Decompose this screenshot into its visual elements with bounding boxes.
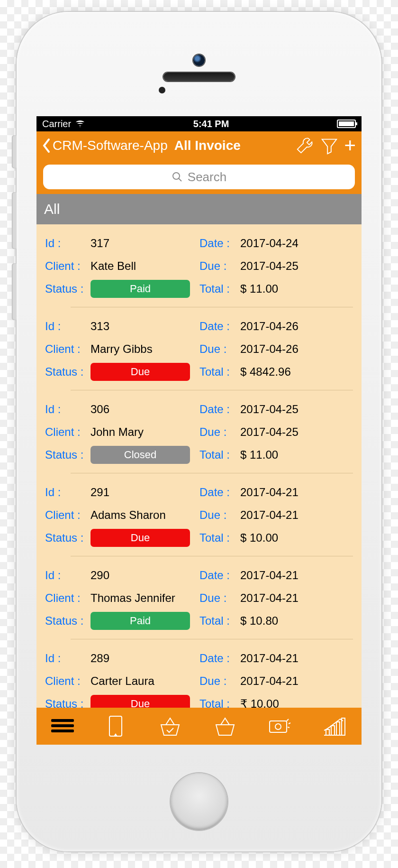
screen: Carrier 5:41 PM CRM-Software-App All Inv… [36, 116, 362, 745]
invoice-card[interactable]: Id :313Date :2017-04-26Client :Marry Gib… [36, 307, 362, 390]
tab-list[interactable] [51, 717, 74, 736]
due-value: 2017-04-25 [240, 259, 298, 273]
client-label: Client : [45, 425, 90, 439]
back-button[interactable]: CRM-Software-App [42, 138, 168, 153]
page-title: All Invoice [174, 138, 241, 153]
search-input[interactable]: Search [43, 165, 355, 189]
date-label: Date : [199, 237, 240, 250]
invoice-card[interactable]: Id :289Date :2017-04-21Client :Carter La… [36, 639, 362, 708]
client-label: Client : [45, 591, 90, 605]
date-label: Date : [199, 569, 240, 582]
front-camera [193, 55, 205, 66]
volume-down [12, 263, 17, 320]
status-bar: Carrier 5:41 PM [36, 116, 362, 131]
date-value: 2017-04-21 [240, 652, 298, 665]
home-button[interactable] [171, 773, 227, 830]
date-value: 2017-04-21 [240, 569, 298, 582]
svg-rect-5 [331, 726, 335, 735]
total-label: Total : [199, 448, 240, 462]
section-header: All [36, 194, 362, 224]
wrench-icon[interactable] [295, 136, 315, 156]
id-value: 306 [90, 403, 199, 416]
svg-point-3 [275, 724, 281, 729]
add-button[interactable]: + [344, 136, 356, 156]
client-label: Client : [45, 674, 90, 688]
id-label: Id : [45, 569, 90, 582]
date-value: 2017-04-26 [240, 320, 298, 333]
id-value: 290 [90, 569, 199, 582]
date-label: Date : [199, 652, 240, 665]
date-label: Date : [199, 486, 240, 499]
total-value: $ 11.00 [240, 448, 278, 462]
status-label: Status : [45, 282, 90, 295]
total-label: Total : [199, 282, 240, 295]
search-placeholder: Search [188, 170, 226, 185]
status-label: Status : [45, 697, 90, 708]
date-value: 2017-04-25 [240, 403, 298, 416]
client-label: Client : [45, 259, 90, 273]
client-value: John Mary [90, 425, 199, 439]
chevron-left-icon [42, 138, 51, 153]
status-label: Status : [45, 531, 90, 545]
total-value: $ 10.80 [240, 614, 278, 628]
status-badge: Paid [90, 612, 190, 630]
status-badge: Due [90, 529, 190, 547]
total-value: $ 4842.96 [240, 365, 291, 379]
id-label: Id : [45, 237, 90, 250]
id-label: Id : [45, 652, 90, 665]
invoice-card[interactable]: Id :290Date :2017-04-21Client :Thomas Je… [36, 556, 362, 639]
status-badge: Due [90, 695, 190, 708]
search-container: Search [36, 160, 362, 194]
total-label: Total : [199, 531, 240, 545]
phone-frame: Carrier 5:41 PM CRM-Software-App All Inv… [17, 12, 381, 851]
battery-icon [337, 120, 356, 128]
date-value: 2017-04-24 [240, 237, 298, 250]
svg-rect-4 [326, 729, 329, 735]
total-label: Total : [199, 614, 240, 628]
nav-bar: CRM-Software-App All Invoice + [36, 131, 362, 160]
id-value: 317 [90, 237, 199, 250]
status-badge: Closed [90, 446, 190, 464]
tab-money-icon[interactable] [267, 713, 292, 739]
invoice-card[interactable]: Id :306Date :2017-04-25Client :John Mary… [36, 390, 362, 473]
client-label: Client : [45, 342, 90, 356]
volume-up [12, 192, 17, 249]
due-value: 2017-04-21 [240, 674, 298, 688]
svg-point-0 [173, 173, 180, 179]
tab-zipper-icon[interactable] [103, 713, 128, 739]
mute-switch [12, 135, 17, 168]
wifi-icon [75, 119, 85, 129]
tab-chart-icon[interactable] [321, 713, 347, 739]
id-value: 289 [90, 652, 199, 665]
total-value: $ 11.00 [240, 282, 278, 295]
back-label: CRM-Software-App [53, 138, 168, 153]
due-value: 2017-04-21 [240, 591, 298, 605]
client-value: Kate Bell [90, 259, 199, 273]
status-label: Status : [45, 365, 90, 379]
svg-rect-1 [109, 716, 122, 736]
invoice-list[interactable]: Id :317Date :2017-04-24Client :Kate Bell… [36, 224, 362, 708]
tab-bar [36, 708, 362, 745]
due-label: Due : [199, 508, 240, 522]
total-label: Total : [199, 697, 240, 708]
due-label: Due : [199, 342, 240, 356]
filter-icon[interactable] [319, 136, 339, 156]
due-label: Due : [199, 425, 240, 439]
search-icon [172, 171, 183, 183]
status-label: Status : [45, 448, 90, 462]
client-value: Marry Gibbs [90, 342, 199, 356]
due-value: 2017-04-26 [240, 342, 298, 356]
due-value: 2017-04-25 [240, 425, 298, 439]
id-label: Id : [45, 320, 90, 333]
carrier-label: Carrier [42, 119, 71, 129]
invoice-card[interactable]: Id :291Date :2017-04-21Client :Adams Sha… [36, 473, 362, 556]
clock: 5:41 PM [85, 119, 337, 129]
due-label: Due : [199, 674, 240, 688]
tab-basket-check-icon[interactable] [157, 713, 183, 739]
invoice-card[interactable]: Id :317Date :2017-04-24Client :Kate Bell… [36, 224, 362, 307]
status-badge: Paid [90, 280, 190, 298]
due-label: Due : [199, 591, 240, 605]
tab-basket-icon[interactable] [212, 713, 238, 739]
proximity-sensor [159, 87, 165, 93]
total-label: Total : [199, 365, 240, 379]
